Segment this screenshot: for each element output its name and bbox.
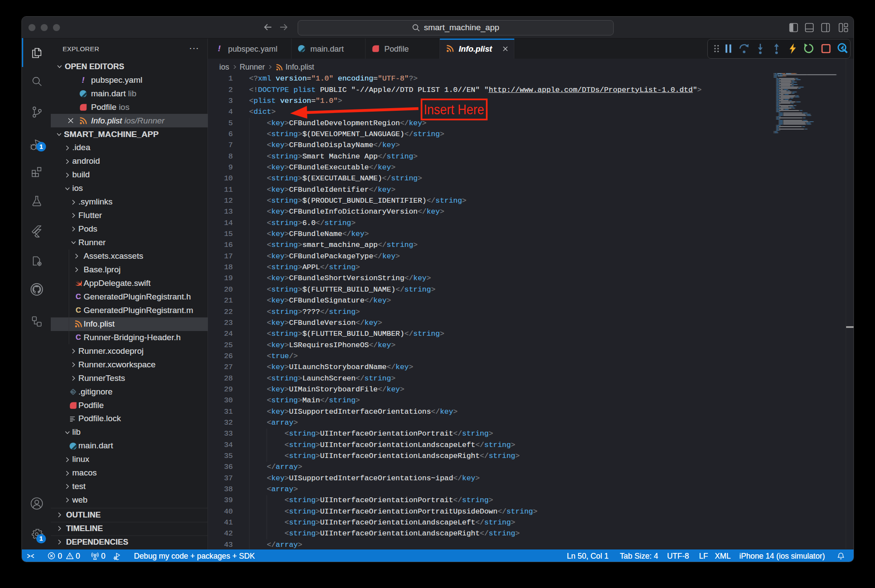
svg-text:Insert Here: Insert Here [424,102,484,117]
